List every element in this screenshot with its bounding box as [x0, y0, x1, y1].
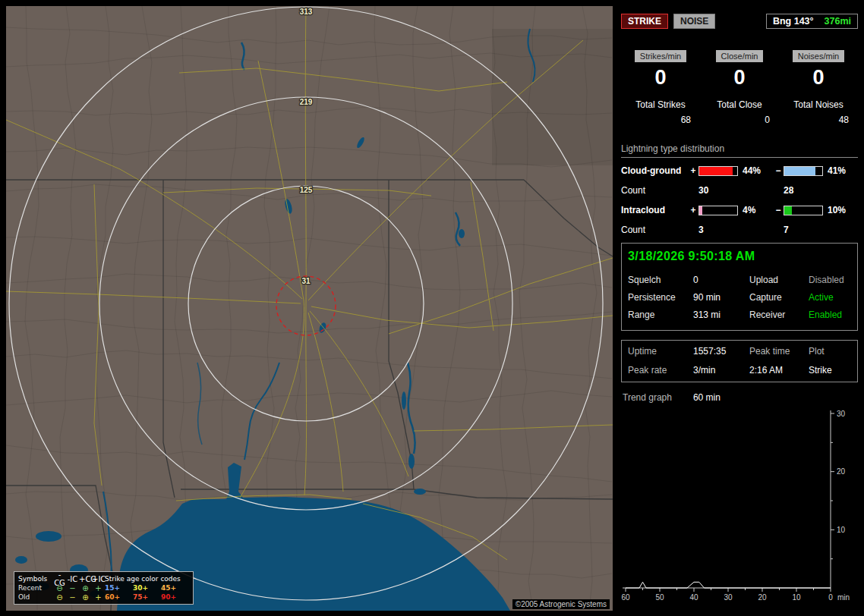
ic-minus-fill — [784, 206, 792, 215]
total-close-label: Total Close — [700, 99, 779, 110]
cg-plus-fill — [699, 167, 733, 175]
strike-map[interactable]: 313 219 125 31 — [6, 6, 613, 611]
total-noises-label: Total Noises — [779, 99, 858, 110]
range-value: 313 mi — [693, 310, 749, 320]
age-code-30: 30+ — [133, 584, 161, 592]
upload-label: Upload — [749, 275, 809, 285]
trend-chart: 1020306050403020100min — [621, 407, 858, 614]
squelch-label: Squelch — [628, 275, 693, 285]
cg-minus-pct: 41% — [823, 165, 847, 176]
cg-plus-count: 30 — [698, 185, 738, 196]
plus-sign: + — [688, 165, 698, 176]
svg-text:60: 60 — [621, 593, 630, 602]
cg-minus-fill — [784, 167, 815, 175]
total-strikes-value: 68 — [621, 115, 700, 125]
peak-rate-label: Peak rate — [628, 365, 693, 376]
capture-status: Active — [809, 292, 851, 303]
minus-sign: − — [773, 205, 784, 215]
ic-minus-count: 7 — [784, 225, 823, 235]
trend-graph-label: Trend graph — [623, 392, 672, 403]
svg-text:30: 30 — [837, 410, 846, 418]
legend-col-pos-cg: +CG — [79, 575, 92, 583]
age-code-15: 15+ — [105, 584, 133, 592]
ring-label-125: 125 — [300, 186, 313, 194]
peak-time-value: 2:16 AM — [749, 365, 809, 376]
age-code-90: 90+ — [161, 593, 189, 602]
bearing-range: 376mi — [825, 16, 851, 27]
ic-plus-pct: 4% — [738, 205, 773, 215]
trend-graph-header: Trend graph 60 min — [623, 392, 856, 403]
noises-per-min-badge: Noises/min — [793, 50, 844, 62]
status-row: Range 313 mi Receiver Enabled — [628, 310, 851, 320]
ic-plus-bar — [698, 206, 738, 215]
plus-sign: + — [688, 205, 698, 215]
ring-label-31: 31 — [301, 277, 311, 285]
strikes-per-min-badge: Strikes/min — [635, 50, 686, 62]
range-label: Range — [628, 310, 693, 320]
svg-text:10: 10 — [792, 593, 801, 602]
stats-box: Uptime 1557:35 Peak time Plot Peak rate … — [621, 340, 858, 382]
status-row: Persistence 90 min Capture Active — [628, 292, 851, 303]
plot-label: Plot — [809, 346, 851, 357]
upload-status: Disabled — [809, 275, 851, 285]
ic-plus-fill — [699, 206, 702, 215]
divider — [621, 157, 858, 158]
intracloud-label: Intracloud — [621, 205, 688, 215]
lightning-distribution: Cloud-ground + 44% − 41% Count 30 28 Int… — [621, 165, 858, 235]
app-window: 313 219 125 31 Symbols -CG -IC +CG +IC S… — [0, 0, 864, 616]
svg-text:20: 20 — [758, 593, 767, 602]
cg-plus-pct: 44% — [738, 165, 773, 176]
close-counter: Close/min 0 Total Close 0 — [700, 50, 779, 125]
ring-label-219: 219 — [300, 98, 313, 106]
ic-minus-bar — [784, 206, 823, 215]
svg-text:0: 0 — [828, 593, 833, 602]
receiver-status: Enabled — [809, 310, 851, 320]
total-strikes-label: Total Strikes — [621, 99, 700, 110]
strikes-counter: Strikes/min 0 Total Strikes 68 — [621, 50, 700, 125]
legend-col-neg-ic: -IC — [66, 575, 79, 583]
pos-ic-recent-icon: + — [92, 584, 105, 592]
map-area[interactable]: 313 219 125 31 Symbols -CG -IC +CG +IC S… — [6, 6, 613, 611]
cg-count-label: Count — [621, 185, 688, 196]
pos-cg-recent-icon: ⊕ — [79, 584, 92, 592]
plot-value: Strike — [809, 365, 851, 376]
capture-label: Capture — [749, 292, 809, 303]
legend-row-recent: Recent — [18, 584, 53, 592]
total-close-value: 0 — [700, 115, 779, 125]
ic-count-label: Count — [621, 225, 688, 235]
legend-age-header: Strike age color codes — [105, 575, 189, 583]
cg-minus-bar — [784, 166, 823, 176]
legend-col-pos-ic: +IC — [92, 575, 105, 583]
persistence-value: 90 min — [693, 292, 749, 303]
rate-counters: Strikes/min 0 Total Strikes 68 Close/min… — [621, 50, 858, 125]
svg-text:10: 10 — [837, 526, 846, 534]
uptime-value: 1557:35 — [693, 346, 749, 357]
close-per-min-value: 0 — [700, 66, 779, 90]
neg-ic-old-icon: − — [66, 593, 79, 602]
bearing-label: Bng 143° — [773, 16, 814, 27]
svg-text:50: 50 — [655, 593, 664, 602]
age-code-75: 75+ — [133, 593, 161, 602]
status-row: Squelch 0 Upload Disabled — [628, 275, 851, 285]
legend-symbols-header: Symbols — [18, 575, 53, 583]
svg-text:30: 30 — [724, 593, 733, 602]
map-legend: Symbols -CG -IC +CG +IC Strike age color… — [14, 571, 194, 605]
status-box: 3/18/2026 9:50:18 AM Squelch 0 Upload Di… — [621, 243, 858, 331]
neg-ic-recent-icon: − — [66, 584, 79, 592]
cg-minus-count: 28 — [784, 185, 823, 196]
svg-text:40: 40 — [689, 593, 698, 602]
close-per-min-badge: Close/min — [716, 50, 764, 62]
peak-rate-value: 3/min — [693, 365, 749, 376]
svg-text:20: 20 — [837, 467, 846, 476]
pos-cg-old-icon: ⊕ — [79, 593, 92, 602]
cg-plus-bar — [698, 166, 738, 176]
age-code-45: 45+ — [161, 584, 189, 592]
noise-button[interactable]: NOISE — [673, 14, 715, 29]
distribution-title: Lightning type distribution — [621, 143, 858, 154]
noises-counter: Noises/min 0 Total Noises 48 — [779, 50, 858, 125]
noises-per-min-value: 0 — [779, 66, 858, 90]
neg-cg-old-icon: ⊖ — [53, 593, 66, 602]
trend-window-value: 60 min — [693, 392, 721, 403]
pos-ic-old-icon: + — [92, 593, 105, 602]
strike-button[interactable]: STRIKE — [621, 14, 668, 29]
